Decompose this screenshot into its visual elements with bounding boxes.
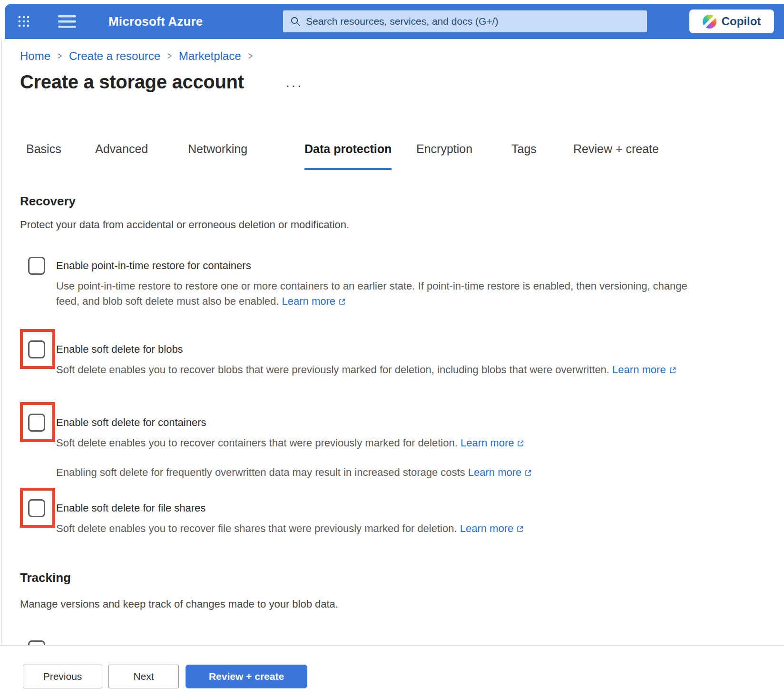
top-app-bar: Microsoft Azure Copilot <box>5 4 784 39</box>
search-input[interactable] <box>306 16 640 27</box>
page-title: Create a storage account <box>20 71 244 93</box>
soft-delete-file-shares-checkbox[interactable] <box>28 499 45 517</box>
recovery-description: Protect your data from accidental or err… <box>20 219 349 231</box>
more-options-icon[interactable]: ··· <box>285 78 303 93</box>
note-text: Enabling soft delete for frequently over… <box>56 466 465 478</box>
tracking-heading: Tracking <box>20 570 71 585</box>
soft-delete-blobs-description: Soft delete enables you to recover blobs… <box>56 362 676 377</box>
chevron-right-icon: > <box>167 50 172 62</box>
description-text: Soft delete enables you to recover blobs… <box>56 364 609 376</box>
description-text: Use point-in-time restore to restore one… <box>56 280 687 307</box>
recovery-heading: Recovery <box>20 194 76 209</box>
copilot-label: Copilot <box>722 15 761 28</box>
tab-networking[interactable]: Networking <box>188 142 247 168</box>
point-in-time-restore-description: Use point-in-time restore to restore one… <box>56 279 705 309</box>
learn-more-link[interactable]: Learn more <box>468 466 522 478</box>
learn-more-link[interactable]: Learn more <box>460 522 514 534</box>
previous-button[interactable]: Previous <box>23 665 102 688</box>
tab-data-protection[interactable]: Data protection <box>304 142 392 170</box>
external-link-icon[interactable] <box>517 440 524 447</box>
description-text: Soft delete enables you to recover conta… <box>56 437 458 449</box>
point-in-time-restore-checkbox[interactable] <box>28 257 45 275</box>
soft-delete-containers-note: Enabling soft delete for frequently over… <box>56 465 532 480</box>
soft-delete-containers-checkbox[interactable] <box>28 414 45 432</box>
breadcrumb-home[interactable]: Home <box>20 49 50 63</box>
soft-delete-containers-label[interactable]: Enable soft delete for containers <box>56 414 206 432</box>
tracking-description: Manage versions and keep track of change… <box>20 598 338 610</box>
tab-advanced[interactable]: Advanced <box>95 142 148 168</box>
soft-delete-file-shares-label[interactable]: Enable soft delete for file shares <box>56 499 206 517</box>
description-text: Soft delete enables you to recover file … <box>56 522 457 534</box>
menu-icon[interactable] <box>58 15 76 28</box>
chevron-right-icon: > <box>58 50 62 62</box>
learn-more-link[interactable]: Learn more <box>461 437 514 449</box>
breadcrumb-marketplace[interactable]: Marketplace <box>179 49 241 63</box>
tab-encryption[interactable]: Encryption <box>416 142 472 168</box>
point-in-time-restore-label[interactable]: Enable point-in-time restore for contain… <box>56 257 251 275</box>
azure-brand-title[interactable]: Microsoft Azure <box>108 4 203 39</box>
review-create-button[interactable]: Review + create <box>186 665 307 688</box>
tab-basics[interactable]: Basics <box>26 142 61 168</box>
next-button[interactable]: Next <box>108 665 179 688</box>
tab-tags[interactable]: Tags <box>511 142 537 168</box>
copilot-icon <box>703 15 716 29</box>
wizard-footer: Previous Next Review + create <box>0 645 784 696</box>
content-left-border <box>1 39 2 645</box>
learn-more-link[interactable]: Learn more <box>612 364 666 376</box>
external-link-icon[interactable] <box>516 525 524 533</box>
breadcrumb: Home > Create a resource > Marketplace > <box>20 49 253 63</box>
soft-delete-containers-description: Soft delete enables you to recover conta… <box>56 435 524 451</box>
external-link-icon[interactable] <box>524 469 532 477</box>
copilot-button[interactable]: Copilot <box>689 10 774 33</box>
tab-review-create[interactable]: Review + create <box>573 142 659 168</box>
search-icon <box>290 16 301 27</box>
chevron-right-icon: > <box>248 50 252 62</box>
soft-delete-blobs-checkbox[interactable] <box>28 340 45 358</box>
soft-delete-file-shares-description: Soft delete enables you to recover file … <box>56 521 524 536</box>
tab-bar: Basics Advanced Networking Data protecti… <box>0 142 784 171</box>
breadcrumb-create-a-resource[interactable]: Create a resource <box>69 49 160 63</box>
app-launcher-icon[interactable] <box>18 16 29 27</box>
external-link-icon[interactable] <box>338 298 346 306</box>
global-search[interactable] <box>283 10 647 32</box>
soft-delete-blobs-label[interactable]: Enable soft delete for blobs <box>56 340 183 358</box>
external-link-icon[interactable] <box>669 367 676 374</box>
learn-more-link[interactable]: Learn more <box>282 295 336 307</box>
